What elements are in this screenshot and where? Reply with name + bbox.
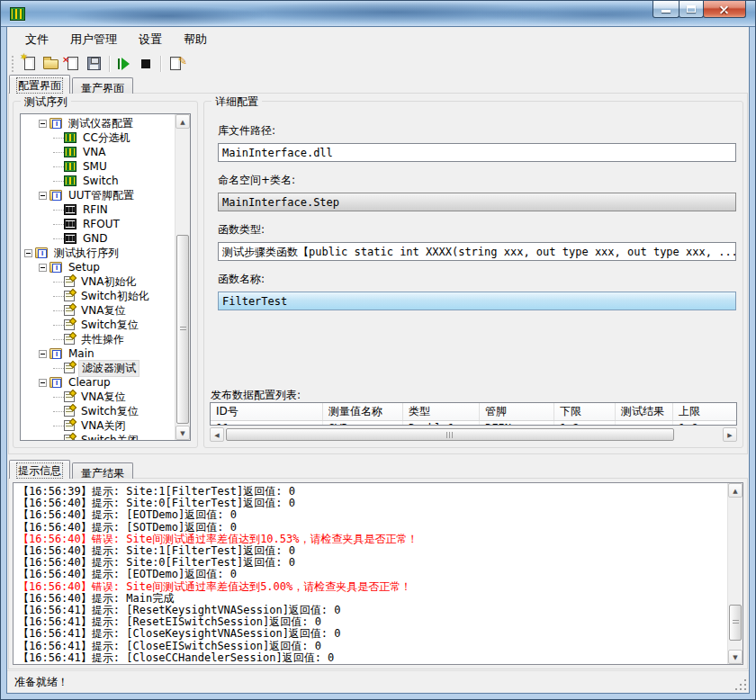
close-button[interactable] [703, 1, 746, 18]
column-header[interactable]: 管脚 [480, 403, 554, 420]
tree-item[interactable]: VNA复位 [22, 303, 190, 318]
tree-connector [53, 210, 64, 211]
tree-item[interactable]: 测试仪器配置 [22, 116, 190, 130]
chip-icon [64, 204, 76, 215]
menu-item-2[interactable]: 设置 [128, 27, 173, 52]
script-icon [64, 319, 75, 330]
tree-connector [53, 440, 64, 441]
folder-icon [50, 348, 62, 359]
tree-item[interactable]: VNA [22, 145, 190, 159]
menu-item-0[interactable]: 文件 [14, 27, 59, 52]
script-icon [64, 276, 75, 287]
function-name-field[interactable]: FilterTest [218, 292, 736, 310]
log-line: 【16:56:41】提示: [CloseCCHandelerSession]返回… [18, 652, 721, 664]
board-icon [64, 132, 76, 143]
tree-item[interactable]: VNA关闭 [22, 418, 190, 433]
main-tab-1[interactable]: 量产界面 [72, 77, 133, 94]
tree-item[interactable]: VNA复位 [22, 390, 190, 404]
scroll-thumb[interactable] [729, 605, 742, 641]
tree-item[interactable]: Switch关闭 [22, 433, 190, 441]
scroll-left-icon[interactable]: ◀ [210, 427, 224, 442]
function-type-field[interactable]: 测试步骤类函数【public static int XXXX(string xx… [218, 242, 736, 261]
table-row[interactable]: 11SWRDouble&RFIN1.21.8 [211, 421, 736, 426]
tree-item[interactable]: VNA初始化 [22, 274, 190, 289]
tree-item[interactable]: 测试执行序列 [22, 246, 190, 260]
tree-item[interactable]: GND [22, 231, 190, 246]
table-cell [616, 421, 673, 426]
maximize-icon [687, 5, 696, 13]
open-file-button[interactable] [40, 54, 62, 74]
tree-item[interactable]: Setup [22, 260, 190, 274]
titlebar[interactable] [1, 1, 755, 27]
tree-item[interactable]: UUT管脚配置 [22, 188, 190, 202]
config-tabpage: 测试序列 测试仪器配置CC分选机VNASMUSwitchUUT管脚配置RFINR… [8, 93, 748, 454]
main-tab-0[interactable]: 配置界面 [9, 75, 70, 94]
run-button[interactable] [113, 54, 135, 74]
column-header[interactable]: 类型 [403, 403, 480, 420]
delete-file-button[interactable]: ✕ [62, 54, 84, 74]
tree-expander-icon[interactable] [39, 192, 47, 200]
tree-item[interactable]: SMU [22, 159, 190, 174]
menu-item-1[interactable]: 用户管理 [59, 27, 128, 52]
scroll-up-icon[interactable]: ▲ [176, 114, 190, 129]
tree-item[interactable]: Clearup [22, 375, 190, 390]
new-file-button[interactable]: ✶ [19, 54, 40, 74]
log-output[interactable]: 【16:56:39】提示: Site:1[FilterTest]返回值: 0【1… [13, 482, 743, 665]
tree-connector [53, 224, 64, 225]
tree-item[interactable]: 滤波器测试 [22, 361, 190, 375]
log-scrollbar[interactable]: ▲ ▼ [727, 483, 742, 664]
scroll-down-icon[interactable]: ▼ [728, 650, 742, 664]
tree-expander-icon[interactable] [39, 120, 47, 128]
scroll-down-icon[interactable]: ▼ [176, 426, 190, 440]
log-line: 【16:56:40】提示: [EOTDemo]返回值: 0 [18, 509, 721, 521]
column-header[interactable]: 测量值名称 [323, 403, 403, 420]
folder-icon [50, 190, 62, 201]
test-sequence-title: 测试序列 [21, 94, 71, 110]
column-header[interactable]: ID号 [211, 403, 323, 420]
tree-item[interactable]: Switch复位 [22, 404, 190, 418]
tree-connector [53, 166, 64, 167]
chip-icon [64, 233, 76, 244]
tree-expander-icon[interactable] [39, 379, 47, 387]
test-sequence-tree[interactable]: 测试仪器配置CC分选机VNASMUSwitchUUT管脚配置RFINRFOUTG… [20, 113, 191, 441]
tree-expander-icon[interactable] [24, 249, 32, 257]
folder-icon [35, 247, 48, 258]
tree-scrollbar[interactable]: ▲ ▼ [175, 114, 190, 440]
column-header[interactable]: 上限 [673, 403, 737, 420]
tree-item[interactable]: Switch初始化 [22, 289, 190, 303]
tree-item[interactable]: Switch复位 [22, 318, 190, 332]
log-line: 【16:56:40】提示: [SOTDemo]返回值: 0 [18, 522, 721, 534]
tree-item[interactable]: Switch [22, 174, 190, 188]
edit-button[interactable]: ✎ [165, 54, 186, 74]
publish-data-table[interactable]: ID号测量值名称类型管脚下限测试结果上限11SWRDouble&RFIN1.21… [210, 402, 737, 426]
resize-grip[interactable] [735, 679, 747, 691]
script-icon [64, 420, 75, 431]
column-header[interactable]: 测试结果 [616, 403, 673, 420]
toolbar-grip[interactable] [12, 56, 16, 72]
scroll-up-icon[interactable]: ▲ [728, 483, 742, 498]
namespace-class-field[interactable]: MainInterface.Step [218, 193, 736, 211]
chip-icon [64, 219, 76, 229]
table-cell: SWR [323, 421, 403, 426]
library-path-field[interactable]: MainInterface.dll [218, 143, 736, 162]
log-line: 【16:56:40】提示: [EOTDemo]返回值: 0 [18, 569, 721, 580]
tree-item[interactable]: CC分选机 [22, 130, 190, 145]
bottom-tab-0[interactable]: 提示信息 [9, 460, 70, 479]
tree-expander-icon[interactable] [39, 350, 47, 358]
save-file-button[interactable] [84, 54, 105, 74]
scroll-right-icon[interactable]: ▶ [723, 427, 737, 442]
tree-item[interactable]: 共性操作 [22, 332, 190, 346]
menu-item-3[interactable]: 帮助 [173, 27, 218, 52]
table-hscrollbar[interactable]: ◀ ▶ [210, 427, 737, 443]
tree-item[interactable]: RFOUT [22, 217, 190, 231]
minimize-icon [662, 10, 670, 13]
minimize-button[interactable] [652, 1, 680, 18]
tree-item[interactable]: RFIN [22, 202, 190, 217]
scroll-thumb[interactable] [226, 428, 674, 441]
scroll-thumb[interactable] [176, 235, 189, 424]
stop-button[interactable] [135, 54, 157, 74]
column-header[interactable]: 下限 [554, 403, 616, 420]
maximize-button[interactable] [679, 1, 704, 18]
tree-expander-icon[interactable] [39, 264, 47, 272]
bottom-tab-1[interactable]: 量产结果 [72, 462, 133, 479]
